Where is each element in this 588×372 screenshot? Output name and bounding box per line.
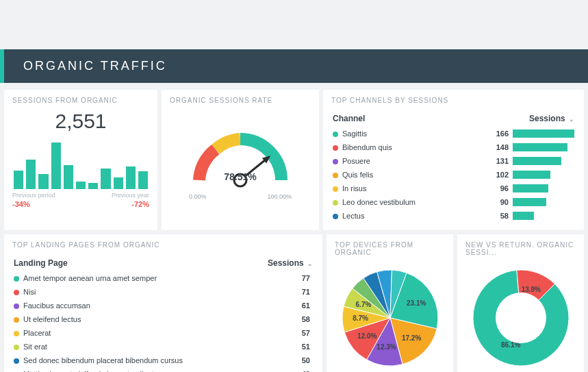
col-sessions-sort[interactable]: Sessions ⌄	[250, 256, 313, 271]
hbar	[513, 129, 574, 138]
card-gauge: ORGANIC SESSIONS RATE 78.51% 0.00% 100.0…	[162, 90, 319, 230]
col-sessions-sort[interactable]: Sessions ⌄	[484, 111, 574, 126]
series-dot	[14, 317, 19, 323]
series-dot	[333, 145, 338, 151]
page-title: ORGANIC TRAFFIC	[23, 59, 167, 73]
bar	[114, 177, 123, 189]
pie-label: 13.9%	[521, 286, 540, 293]
pie-label: 17.2%	[401, 334, 420, 342]
table-row[interactable]: Nisi71	[14, 286, 313, 298]
gauge-max: 100.00%	[267, 193, 292, 200]
table-row[interactable]: Leo donec vestibulum90	[333, 196, 574, 208]
series-dot	[333, 132, 338, 137]
bar	[64, 165, 73, 189]
series-dot	[333, 186, 338, 192]
table-row[interactable]: Bibendum quis148	[333, 141, 574, 153]
landing-table: Landing Page Sessions ⌄ Amet tempor aene…	[12, 254, 314, 372]
pie-label: 23.1%	[406, 299, 425, 307]
table-row[interactable]: Placerat57	[14, 327, 313, 339]
table-row[interactable]: Sagittis166	[333, 127, 574, 140]
table-row[interactable]: Ut eleifend lectus58	[14, 313, 313, 325]
chevron-down-icon: ⌄	[307, 260, 313, 267]
col-landing: Landing Page	[14, 256, 248, 271]
table-row[interactable]: In risus96	[333, 182, 574, 195]
card-channels: TOP CHANNELS BY SESSIONS Channel Session…	[323, 90, 584, 230]
series-dot	[333, 173, 338, 178]
devices-pie: 23.1%17.2%12.3%12.0%8.7%6.7%	[335, 263, 445, 372]
pie-label: 8.7%	[353, 314, 368, 322]
card-title: TOP CHANNELS BY SESSIONS	[331, 97, 576, 104]
donut-hole	[496, 293, 546, 343]
hbar	[513, 198, 546, 206]
prev-period: Previous period -34%	[12, 192, 55, 208]
pie-label: 12.0%	[357, 332, 376, 340]
table-row[interactable]: Sed donec bibendum placerat bibendum cur…	[14, 354, 313, 367]
table-row[interactable]: Posuere131	[333, 155, 574, 167]
table-row[interactable]: Sit erat51	[14, 340, 313, 353]
table-row[interactable]: Quis felis102	[333, 169, 574, 181]
col-channel: Channel	[333, 111, 483, 126]
page-header: ORGANIC TRAFFIC	[0, 49, 588, 83]
card-landing: TOP LANDING PAGES FROM ORGANIC Landing P…	[4, 234, 322, 372]
hbar	[513, 171, 550, 179]
card-title: NEW VS RETURN. ORGANIC SESSI...	[465, 241, 576, 256]
newret-donut: 86.1%13.9%	[466, 263, 576, 372]
hbar	[513, 184, 548, 193]
bar	[126, 166, 136, 189]
card-sessions: SESSIONS FROM ORGANIC 2,551 Previous per…	[4, 90, 157, 230]
bar	[14, 171, 23, 189]
bar	[38, 174, 48, 189]
series-dot	[14, 276, 19, 282]
series-dot	[14, 345, 19, 350]
series-dot	[14, 303, 19, 309]
card-devices: TOP DEVICES FROM ORGANIC 23.1%17.2%12.3%…	[327, 234, 453, 372]
prev-year: Previous year -72%	[112, 192, 149, 208]
gauge-chart: 78.51%	[182, 115, 298, 190]
bar	[76, 182, 86, 189]
channels-table: Channel Sessions ⌄ Sagittis166Bibendum q…	[331, 110, 576, 223]
series-dot	[14, 331, 19, 336]
series-dot	[14, 358, 19, 364]
card-title: TOP DEVICES FROM ORGANIC	[335, 241, 445, 256]
bar	[88, 183, 98, 189]
bar	[138, 171, 148, 189]
series-dot	[333, 200, 338, 206]
bar	[51, 142, 61, 189]
table-row[interactable]: Lectus58	[333, 210, 574, 222]
bar	[101, 169, 110, 189]
series-dot	[333, 159, 338, 164]
hbar	[513, 157, 561, 165]
table-row[interactable]: Amet tempor aenean urna amet semper77	[14, 272, 313, 284]
card-title: TOP LANDING PAGES FROM ORGANIC	[12, 241, 314, 249]
pie-label: 12.3%	[376, 343, 396, 351]
series-dot	[14, 290, 19, 295]
chevron-down-icon: ⌄	[569, 116, 574, 123]
hbar	[513, 143, 567, 151]
table-row[interactable]: Mattis placerat eleifend placerat pellen…	[14, 368, 313, 372]
gauge-min: 0.00%	[189, 193, 207, 200]
card-title: ORGANIC SESSIONS RATE	[170, 97, 311, 104]
card-title: SESSIONS FROM ORGANIC	[12, 97, 149, 104]
gauge-value: 78.51%	[224, 171, 256, 182]
sessions-value: 2,551	[12, 110, 149, 133]
hbar	[513, 212, 534, 220]
sessions-sparkline	[12, 140, 149, 189]
card-newret: NEW VS RETURN. ORGANIC SESSI... 86.1%13.…	[457, 234, 584, 372]
bar	[26, 160, 36, 189]
series-dot	[333, 214, 338, 219]
table-row[interactable]: Faucibus accumsan61	[14, 299, 313, 312]
